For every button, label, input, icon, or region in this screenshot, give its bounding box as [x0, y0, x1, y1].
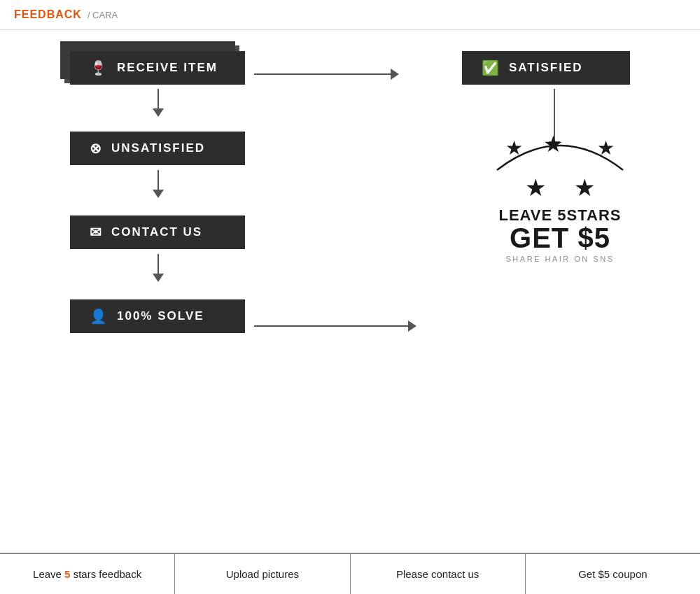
arrow-line-bottom — [254, 325, 408, 327]
arrow-receive-to-unsatisfied — [153, 89, 164, 117]
x-circle-icon: ⊗ — [90, 141, 103, 155]
star-5: ★ — [574, 174, 595, 201]
bottom-cell-4: Get $5 coupon — [526, 554, 700, 594]
contact-us-box: ✉ CONTACT US — [70, 215, 245, 249]
cell3-text: Please contact us — [396, 567, 479, 581]
leave-5-stars-label: LEAVE 5STARS GET $5 SHARE HAIR ON SNS — [483, 207, 637, 263]
unsatisfied-box-wrapper: ⊗ UNSATISFIED — [70, 132, 245, 165]
bottom-cell-2: Upload pictures — [175, 554, 350, 594]
arrowhead-down — [153, 108, 164, 117]
star-1: ★ — [505, 136, 523, 160]
stars-arc-area: ★ ★ ★ — [483, 135, 637, 174]
star-2: ★ — [543, 131, 564, 157]
page-header: FEEDBACK / CARA — [0, 0, 700, 30]
arrow-line — [254, 73, 391, 75]
solve-box-wrapper: 👤 100% SOLVE — [70, 299, 245, 333]
arrowhead-right — [391, 69, 399, 80]
diagram-area: 🍷 RECEIVE ITEM ✅ SATISFIED ⊗ UNSATISFIED — [49, 30, 651, 478]
unsatisfied-box: ⊗ UNSATISFIED — [70, 132, 245, 165]
arrowhead-down3 — [153, 274, 164, 282]
vert-line — [158, 89, 159, 108]
bottom-cell-3: Please contact us — [351, 554, 526, 594]
cell1-post-text: stars feedback — [74, 567, 142, 581]
bottom-bar: Leave 5 stars feedback Upload pictures P… — [0, 553, 700, 594]
arrowhead-right-bottom — [408, 320, 416, 332]
page-title: FEEDBACK — [14, 8, 82, 21]
solve-box: 👤 100% SOLVE — [70, 299, 245, 333]
wine-glass-icon: 🍷 — [90, 61, 108, 75]
receive-item-box: 🍷 RECEIVE ITEM — [70, 51, 245, 85]
person-icon: 👤 — [90, 309, 108, 323]
star-3: ★ — [597, 136, 615, 160]
arrow-receive-to-satisfied — [254, 69, 399, 80]
page-subtitle: / CARA — [88, 10, 118, 20]
contact-us-box-wrapper: ✉ CONTACT US — [70, 215, 245, 249]
arrowhead-down2 — [153, 190, 164, 198]
arrow-contact-to-solve — [153, 254, 164, 282]
cell1-pre-text: Leave — [33, 567, 62, 581]
envelope-icon: ✉ — [90, 225, 103, 239]
star-4: ★ — [525, 174, 546, 201]
cell1-highlight: 5 — [64, 567, 70, 581]
check-circle-icon: ✅ — [482, 61, 500, 75]
bottom-cell-1: Leave 5 stars feedback — [0, 554, 175, 594]
stars-section: ★ ★ ★ ★ ★ LEAVE 5STARS GET $5 SHARE HAIR… — [483, 135, 637, 263]
satisfied-box: ✅ SATISFIED — [462, 51, 630, 85]
vert-line3 — [158, 254, 159, 274]
arrow-unsat-to-contact — [153, 170, 164, 198]
receive-item-wrapper: 🍷 RECEIVE ITEM — [70, 51, 245, 89]
arrow-solve-to-stars — [254, 320, 416, 332]
stars-bottom-row: ★ ★ — [483, 174, 637, 201]
satisfied-box-wrapper: ✅ SATISFIED — [462, 51, 630, 85]
vert-line2 — [158, 170, 159, 190]
